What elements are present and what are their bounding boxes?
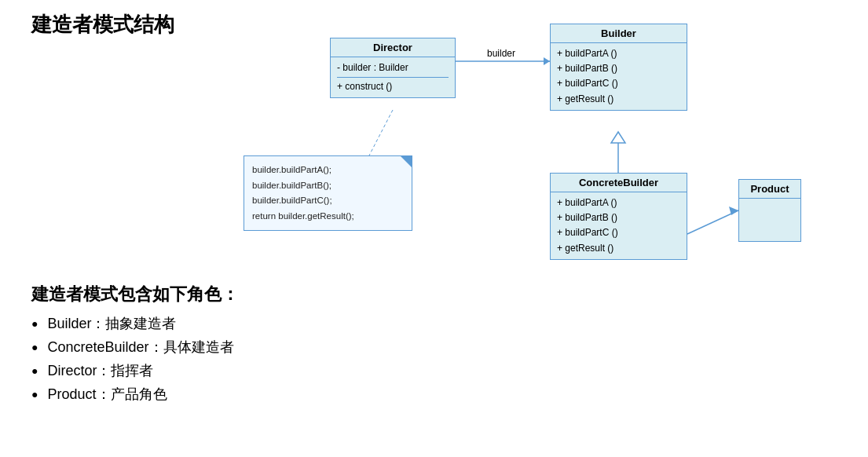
bullet-item-1: Builder：抽象建造者 xyxy=(31,314,542,333)
svg-marker-7 xyxy=(729,207,738,215)
svg-line-6 xyxy=(687,210,738,234)
code-line-4: return builder.getResult(); xyxy=(252,209,404,225)
builder-title: Builder xyxy=(551,24,687,43)
page-title: 建造者模式结构 xyxy=(31,11,174,38)
concrete-builder-title: ConcreteBuilder xyxy=(551,174,687,192)
builder-class-box: Builder + buildPartA () + buildPartB () … xyxy=(550,24,687,111)
section-heading: 建造者模式包含如下角色： xyxy=(31,283,542,306)
builder-method-4: + getResult () xyxy=(557,92,680,107)
concrete-method-3: + buildPartC () xyxy=(557,225,680,240)
code-note: builder.buildPartA(); builder.buildPartB… xyxy=(244,155,412,231)
concrete-method-2: + buildPartB () xyxy=(557,210,680,225)
builder-method-2: + buildPartB () xyxy=(557,61,680,76)
director-title: Director xyxy=(331,38,455,57)
bullet-item-3: Director：指挥者 xyxy=(31,361,542,380)
bullet-item-4: Product：产品角色 xyxy=(31,385,542,404)
svg-text:builder: builder xyxy=(487,48,515,59)
director-attr-1: - builder : Builder xyxy=(337,60,449,75)
bullet-list: Builder：抽象建造者 ConcreteBuilder：具体建造者 Dire… xyxy=(31,314,542,404)
bullet-item-2: ConcreteBuilder：具体建造者 xyxy=(31,338,542,356)
svg-marker-5 xyxy=(611,132,625,143)
concrete-method-1: + buildPartA () xyxy=(557,196,680,210)
code-line-3: builder.buildPartC(); xyxy=(252,193,404,209)
svg-line-8 xyxy=(369,110,393,155)
builder-methods: + buildPartA () + buildPartB () + buildP… xyxy=(551,43,687,110)
svg-marker-2 xyxy=(544,57,550,65)
concrete-builder-class-box: ConcreteBuilder + buildPartA () + buildP… xyxy=(550,173,687,260)
director-attributes: - builder : Builder + construct () xyxy=(331,57,455,97)
product-title: Product xyxy=(739,180,800,199)
director-method-1: + construct () xyxy=(337,79,449,94)
code-line-1: builder.buildPartA(); xyxy=(252,163,404,178)
uml-diagram: builder Director - builder : Builder + c… xyxy=(236,0,848,298)
concrete-builder-methods: + buildPartA () + buildPartB () + buildP… xyxy=(551,192,687,259)
uml-arrows: builder xyxy=(236,0,848,298)
bottom-section: 建造者模式包含如下角色： Builder：抽象建造者 ConcreteBuild… xyxy=(31,283,542,408)
director-class-box: Director - builder : Builder + construct… xyxy=(330,38,456,98)
builder-method-1: + buildPartA () xyxy=(557,46,680,61)
concrete-method-4: + getResult () xyxy=(557,241,680,256)
code-line-2: builder.buildPartB(); xyxy=(252,178,404,194)
product-class-box: Product xyxy=(738,179,801,242)
builder-method-3: + buildPartC () xyxy=(557,76,680,91)
